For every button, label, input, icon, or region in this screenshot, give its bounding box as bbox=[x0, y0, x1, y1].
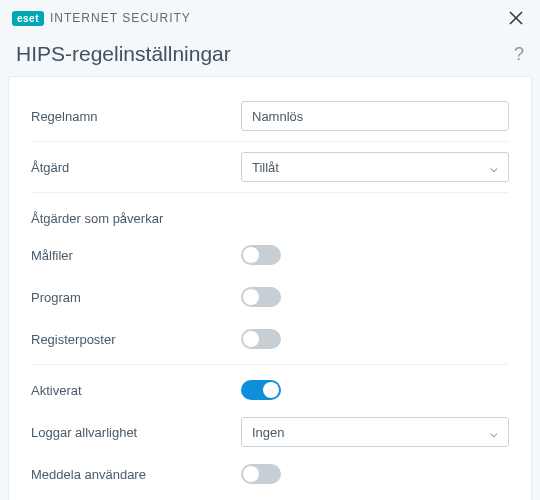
chevron-down-icon: ⌵ bbox=[490, 160, 498, 175]
label-rule-name: Regelnamn bbox=[31, 109, 241, 124]
brand-logo: eset INTERNET SECURITY bbox=[12, 11, 191, 26]
log-severity-select[interactable]: Ingen ⌵ bbox=[241, 417, 509, 447]
label-notify-user: Meddela användare bbox=[31, 467, 241, 482]
close-icon bbox=[509, 11, 523, 25]
brand-badge: eset bbox=[12, 11, 44, 26]
label-enabled: Aktiverat bbox=[31, 383, 241, 398]
product-name: INTERNET SECURITY bbox=[50, 11, 191, 25]
rule-name-input[interactable] bbox=[241, 101, 509, 131]
label-action: Åtgärd bbox=[31, 160, 241, 175]
label-programs: Program bbox=[31, 290, 241, 305]
action-select[interactable]: Tillåt ⌵ bbox=[241, 152, 509, 182]
section-affecting: Åtgärder som påverkar bbox=[31, 197, 509, 234]
toggle-target-files[interactable] bbox=[241, 245, 281, 265]
chevron-down-icon: ⌵ bbox=[490, 425, 498, 440]
action-select-value: Tillåt bbox=[252, 160, 279, 175]
toggle-programs[interactable] bbox=[241, 287, 281, 307]
toggle-registry[interactable] bbox=[241, 329, 281, 349]
help-button[interactable]: ? bbox=[514, 44, 524, 65]
help-icon: ? bbox=[514, 44, 524, 64]
toggle-notify-user[interactable] bbox=[241, 464, 281, 484]
label-log-severity: Loggar allvarlighet bbox=[31, 425, 241, 440]
close-button[interactable] bbox=[504, 6, 528, 30]
settings-card: Regelnamn Åtgärd Tillåt ⌵ Åtgärder som p… bbox=[8, 76, 532, 500]
label-registry: Registerposter bbox=[31, 332, 241, 347]
toggle-enabled[interactable] bbox=[241, 380, 281, 400]
page-title: HIPS-regelinställningar bbox=[16, 42, 231, 66]
label-target-files: Målfiler bbox=[31, 248, 241, 263]
log-severity-value: Ingen bbox=[252, 425, 285, 440]
